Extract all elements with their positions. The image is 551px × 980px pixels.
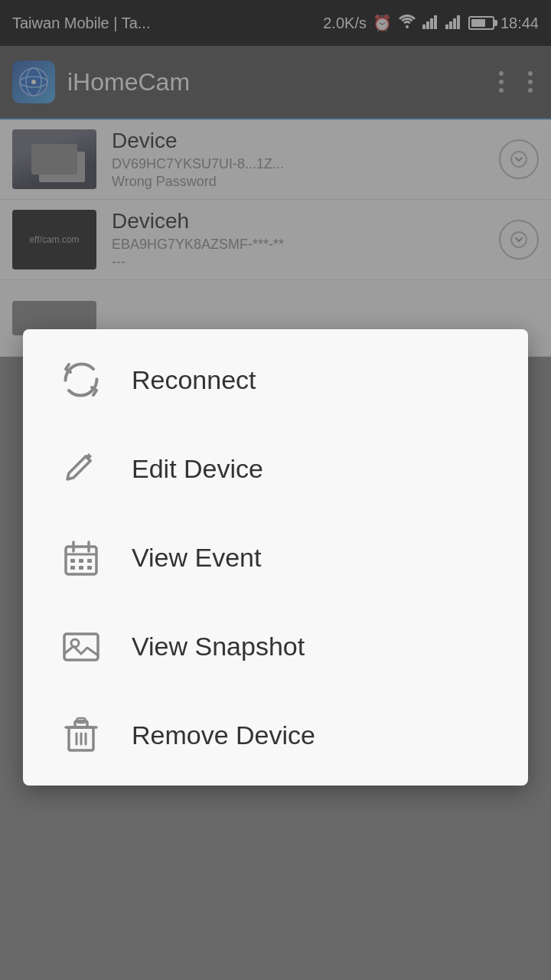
menu-item-view-snapshot[interactable]: View Snapshot: [23, 602, 528, 691]
view-event-label: View Event: [132, 543, 261, 573]
svg-rect-25: [64, 634, 98, 660]
svg-rect-19: [70, 559, 75, 563]
svg-rect-20: [79, 559, 83, 563]
image-icon: [54, 619, 109, 674]
edit-icon: [54, 441, 109, 496]
reconnect-label: Reconnect: [132, 365, 256, 395]
menu-item-edit[interactable]: Edit Device: [23, 424, 528, 513]
svg-rect-22: [70, 566, 75, 570]
calendar-icon: [54, 530, 109, 585]
remove-device-label: Remove Device: [132, 720, 315, 750]
trash-icon: [54, 707, 109, 763]
svg-rect-23: [79, 566, 83, 570]
menu-item-remove[interactable]: Remove Device: [23, 691, 528, 779]
view-snapshot-label: View Snapshot: [132, 632, 305, 662]
svg-rect-21: [87, 559, 92, 563]
menu-item-reconnect[interactable]: Reconnect: [23, 335, 528, 424]
svg-rect-24: [87, 566, 92, 570]
edit-device-label: Edit Device: [132, 454, 263, 484]
reconnect-icon: [54, 352, 109, 407]
menu-item-view-event[interactable]: View Event: [23, 513, 528, 602]
context-menu: Reconnect Edit Device: [23, 329, 528, 786]
